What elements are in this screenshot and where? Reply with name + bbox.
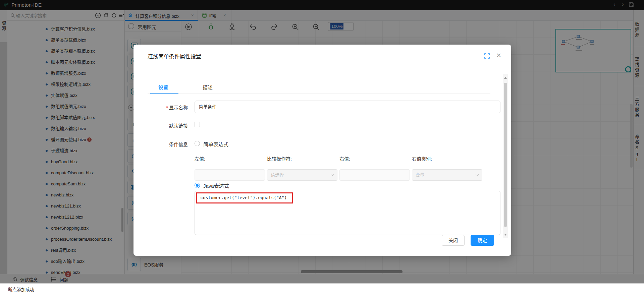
- tab-divider: [148, 94, 490, 94]
- simple-expression-label: 简单表达式: [203, 140, 228, 148]
- left-value-label: 左值:: [195, 155, 205, 162]
- java-expression-label: Java表达式: [203, 182, 229, 189]
- chevron-down-icon: [331, 173, 334, 176]
- condition-info-label: 条件信息: [133, 141, 188, 148]
- chevron-down-icon: [476, 173, 479, 176]
- close-dialog-icon[interactable]: ×: [496, 51, 501, 60]
- display-name-input[interactable]: 简单条件: [195, 101, 500, 113]
- ok-button[interactable]: 确定: [471, 235, 494, 246]
- annotation-highlight-box: customer.get("level").equals("A"): [196, 192, 293, 203]
- fullscreen-icon[interactable]: [484, 53, 490, 60]
- default-link-checkbox[interactable]: [195, 122, 200, 127]
- dialog-scrollbar-thumb[interactable]: [504, 83, 507, 227]
- tab-settings[interactable]: 设置: [158, 83, 168, 91]
- display-name-label: *显示名称: [133, 104, 188, 111]
- java-expression-radio[interactable]: [195, 183, 200, 188]
- right-value-label: 右值:: [339, 155, 350, 162]
- default-link-label: 默认链接: [133, 122, 188, 129]
- operator-select[interactable]: 请选择: [267, 169, 337, 181]
- dialog-title: 连线简单条件属性设置: [148, 52, 201, 60]
- close-button[interactable]: 关闭: [442, 235, 465, 246]
- condition-settings-dialog: 连线简单条件属性设置 × 设置 描述 *显示名称 简单条件 默认链接 条件信息 …: [133, 45, 511, 256]
- left-value-input[interactable]: [195, 169, 265, 181]
- operator-label: 比较操作符:: [267, 155, 292, 162]
- right-value-input[interactable]: [339, 169, 410, 181]
- dialog-scrollbar[interactable]: [503, 74, 508, 238]
- simple-expression-radio[interactable]: [195, 141, 200, 146]
- required-asterisk: *: [166, 105, 168, 110]
- java-expression-code: customer.get("level").equals("A"): [200, 195, 287, 200]
- scroll-up-icon[interactable]: [504, 77, 507, 79]
- right-type-select[interactable]: 变量: [412, 169, 482, 181]
- application-window: Primeton-IDE ‹ › 资源 AI: [0, 0, 644, 295]
- status-bar: 断点添加成功: [0, 283, 644, 295]
- right-type-label: 右值类别:: [412, 155, 432, 162]
- scroll-down-icon[interactable]: [504, 234, 507, 236]
- status-message: 断点添加成功: [8, 286, 34, 292]
- tab-description[interactable]: 描述: [203, 83, 213, 91]
